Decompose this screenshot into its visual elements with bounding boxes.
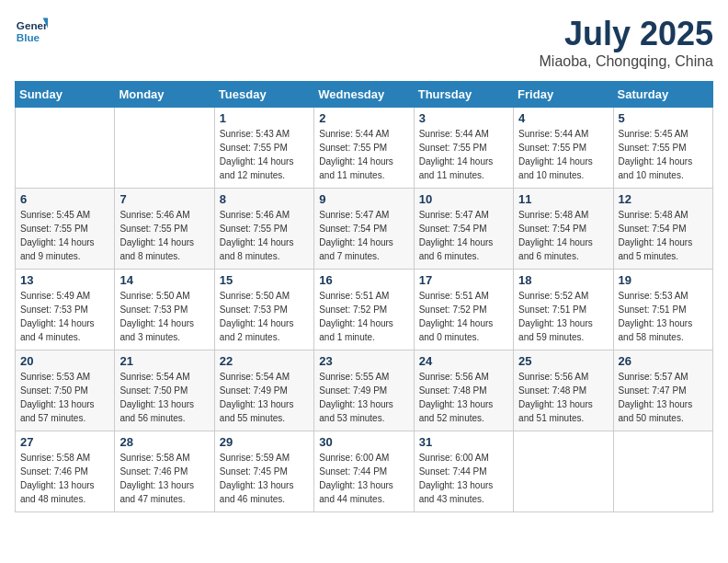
calendar-cell: 12Sunrise: 5:48 AMSunset: 7:54 PMDayligh…: [613, 189, 712, 270]
day-detail: Sunrise: 5:57 AMSunset: 7:47 PMDaylight:…: [619, 370, 708, 425]
weekday-header-friday: Friday: [514, 82, 613, 108]
day-number: 22: [220, 354, 309, 368]
day-detail: Sunrise: 5:46 AMSunset: 7:55 PMDaylight:…: [220, 208, 309, 263]
day-detail: Sunrise: 5:59 AMSunset: 7:45 PMDaylight:…: [220, 451, 309, 506]
calendar-cell: 11Sunrise: 5:48 AMSunset: 7:54 PMDayligh…: [514, 189, 613, 270]
calendar-cell: 13Sunrise: 5:49 AMSunset: 7:53 PMDayligh…: [16, 270, 115, 350]
day-number: 31: [419, 435, 508, 449]
day-detail: Sunrise: 5:52 AMSunset: 7:51 PMDaylight:…: [518, 289, 608, 344]
day-number: 27: [20, 435, 109, 449]
day-number: 13: [20, 273, 109, 287]
day-number: 15: [220, 273, 309, 287]
svg-text:Blue: Blue: [17, 31, 40, 43]
day-detail: Sunrise: 5:53 AMSunset: 7:50 PMDaylight:…: [20, 370, 109, 425]
day-number: 26: [619, 354, 708, 368]
day-number: 10: [419, 192, 508, 206]
calendar-cell: 6Sunrise: 5:45 AMSunset: 7:55 PMDaylight…: [16, 189, 115, 270]
calendar-cell: 3Sunrise: 5:44 AMSunset: 7:55 PMDaylight…: [414, 108, 513, 189]
calendar-cell: 7Sunrise: 5:46 AMSunset: 7:55 PMDaylight…: [115, 189, 214, 270]
day-detail: Sunrise: 5:58 AMSunset: 7:46 PMDaylight:…: [20, 451, 109, 506]
weekday-header-thursday: Thursday: [414, 82, 513, 108]
calendar-cell: [16, 108, 115, 189]
weekday-header-wednesday: Wednesday: [314, 82, 414, 108]
calendar-week-row: 27Sunrise: 5:58 AMSunset: 7:46 PMDayligh…: [16, 431, 713, 512]
day-detail: Sunrise: 5:51 AMSunset: 7:52 PMDaylight:…: [319, 289, 408, 344]
logo-icon: General Blue: [15, 15, 48, 48]
calendar-cell: 10Sunrise: 5:47 AMSunset: 7:54 PMDayligh…: [414, 189, 513, 270]
calendar-cell: 4Sunrise: 5:44 AMSunset: 7:55 PMDaylight…: [514, 108, 613, 189]
day-detail: Sunrise: 5:55 AMSunset: 7:49 PMDaylight:…: [319, 370, 408, 425]
day-number: 19: [619, 273, 708, 287]
calendar-cell: 21Sunrise: 5:54 AMSunset: 7:50 PMDayligh…: [115, 350, 214, 431]
day-detail: Sunrise: 6:00 AMSunset: 7:44 PMDaylight:…: [419, 451, 508, 506]
day-number: 1: [220, 111, 309, 125]
day-detail: Sunrise: 5:44 AMSunset: 7:55 PMDaylight:…: [319, 127, 408, 182]
day-number: 21: [119, 354, 209, 368]
weekday-header-saturday: Saturday: [613, 82, 712, 108]
day-detail: Sunrise: 5:49 AMSunset: 7:53 PMDaylight:…: [20, 289, 109, 344]
day-detail: Sunrise: 5:46 AMSunset: 7:55 PMDaylight:…: [119, 208, 209, 263]
day-number: 8: [220, 192, 309, 206]
calendar-cell: 31Sunrise: 6:00 AMSunset: 7:44 PMDayligh…: [414, 431, 513, 512]
calendar-week-row: 6Sunrise: 5:45 AMSunset: 7:55 PMDaylight…: [16, 189, 713, 270]
day-detail: Sunrise: 6:00 AMSunset: 7:44 PMDaylight:…: [319, 451, 408, 506]
calendar-week-row: 20Sunrise: 5:53 AMSunset: 7:50 PMDayligh…: [16, 350, 713, 431]
calendar-cell: 29Sunrise: 5:59 AMSunset: 7:45 PMDayligh…: [214, 431, 313, 512]
calendar-cell: 9Sunrise: 5:47 AMSunset: 7:54 PMDaylight…: [314, 189, 414, 270]
calendar-cell: 14Sunrise: 5:50 AMSunset: 7:53 PMDayligh…: [115, 270, 214, 350]
logo: General Blue General Blue: [15, 15, 51, 48]
calendar-week-row: 13Sunrise: 5:49 AMSunset: 7:53 PMDayligh…: [16, 270, 713, 350]
calendar-cell: 22Sunrise: 5:54 AMSunset: 7:49 PMDayligh…: [214, 350, 313, 431]
day-number: 29: [220, 435, 309, 449]
calendar-cell: 15Sunrise: 5:50 AMSunset: 7:53 PMDayligh…: [214, 270, 313, 350]
calendar-cell: 24Sunrise: 5:56 AMSunset: 7:48 PMDayligh…: [414, 350, 513, 431]
day-detail: Sunrise: 5:48 AMSunset: 7:54 PMDaylight:…: [518, 208, 608, 263]
day-detail: Sunrise: 5:48 AMSunset: 7:54 PMDaylight:…: [619, 208, 708, 263]
day-detail: Sunrise: 5:44 AMSunset: 7:55 PMDaylight:…: [518, 127, 608, 182]
day-number: 6: [20, 192, 109, 206]
calendar-cell: 26Sunrise: 5:57 AMSunset: 7:47 PMDayligh…: [613, 350, 712, 431]
calendar-cell: 23Sunrise: 5:55 AMSunset: 7:49 PMDayligh…: [314, 350, 414, 431]
day-detail: Sunrise: 5:51 AMSunset: 7:52 PMDaylight:…: [419, 289, 508, 344]
svg-text:General: General: [17, 19, 48, 31]
day-number: 20: [20, 354, 109, 368]
day-number: 11: [518, 192, 608, 206]
calendar-cell: [613, 431, 712, 512]
calendar-cell: 30Sunrise: 6:00 AMSunset: 7:44 PMDayligh…: [314, 431, 414, 512]
day-detail: Sunrise: 5:45 AMSunset: 7:55 PMDaylight:…: [619, 127, 708, 182]
day-detail: Sunrise: 5:53 AMSunset: 7:51 PMDaylight:…: [619, 289, 708, 344]
day-number: 2: [319, 111, 408, 125]
day-detail: Sunrise: 5:56 AMSunset: 7:48 PMDaylight:…: [518, 370, 608, 425]
calendar-cell: 8Sunrise: 5:46 AMSunset: 7:55 PMDaylight…: [214, 189, 313, 270]
day-number: 23: [319, 354, 408, 368]
day-detail: Sunrise: 5:43 AMSunset: 7:55 PMDaylight:…: [220, 127, 309, 182]
day-detail: Sunrise: 5:47 AMSunset: 7:54 PMDaylight:…: [319, 208, 408, 263]
calendar-cell: 1Sunrise: 5:43 AMSunset: 7:55 PMDaylight…: [214, 108, 313, 189]
calendar-cell: 27Sunrise: 5:58 AMSunset: 7:46 PMDayligh…: [16, 431, 115, 512]
weekday-header-tuesday: Tuesday: [214, 82, 313, 108]
calendar-cell: 25Sunrise: 5:56 AMSunset: 7:48 PMDayligh…: [514, 350, 613, 431]
month-title: July 2025: [540, 15, 713, 53]
day-number: 24: [419, 354, 508, 368]
calendar-cell: 19Sunrise: 5:53 AMSunset: 7:51 PMDayligh…: [613, 270, 712, 350]
day-detail: Sunrise: 5:50 AMSunset: 7:53 PMDaylight:…: [220, 289, 309, 344]
day-number: 5: [619, 111, 708, 125]
page-header: General Blue General Blue July 2025 Miao…: [15, 15, 713, 70]
day-number: 25: [518, 354, 608, 368]
calendar-cell: 16Sunrise: 5:51 AMSunset: 7:52 PMDayligh…: [314, 270, 414, 350]
day-number: 3: [419, 111, 508, 125]
calendar-cell: 5Sunrise: 5:45 AMSunset: 7:55 PMDaylight…: [613, 108, 712, 189]
weekday-header-monday: Monday: [115, 82, 214, 108]
calendar-cell: 17Sunrise: 5:51 AMSunset: 7:52 PMDayligh…: [414, 270, 513, 350]
title-block: July 2025 Miaoba, Chongqing, China: [540, 15, 713, 70]
day-number: 7: [119, 192, 209, 206]
day-number: 4: [518, 111, 608, 125]
calendar-cell: [514, 431, 613, 512]
weekday-header-sunday: Sunday: [16, 82, 115, 108]
calendar-cell: 28Sunrise: 5:58 AMSunset: 7:46 PMDayligh…: [115, 431, 214, 512]
day-number: 17: [419, 273, 508, 287]
day-detail: Sunrise: 5:54 AMSunset: 7:50 PMDaylight:…: [119, 370, 209, 425]
day-number: 9: [319, 192, 408, 206]
day-number: 30: [319, 435, 408, 449]
day-number: 16: [319, 273, 408, 287]
